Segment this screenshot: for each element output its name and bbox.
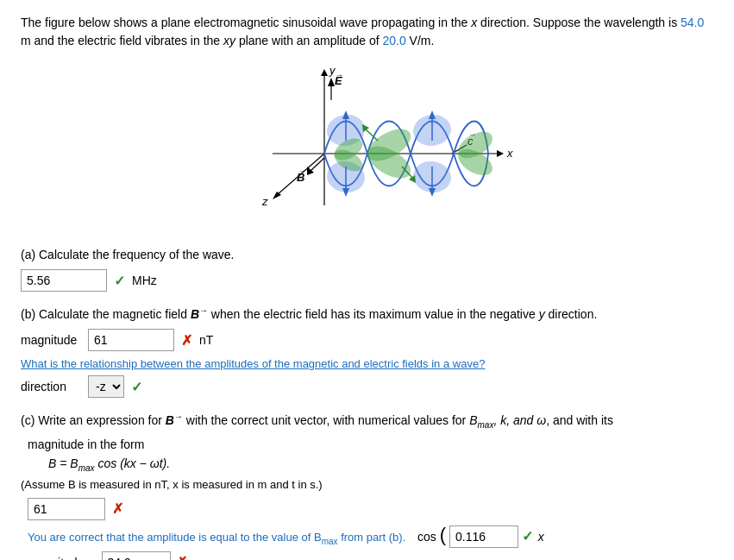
svg-marker-41 [409, 175, 416, 183]
part-c-cross2-icon: ✗ [176, 554, 187, 560]
part-c-cos-x: x [538, 530, 544, 544]
part-c-mag-dash: − [89, 556, 96, 560]
part-c-formula: B = Bmax cos (kx − ωt). [48, 456, 713, 473]
wave-diagram: x y z E → B → c → [21, 59, 713, 231]
part-a-input[interactable] [21, 269, 107, 292]
svg-marker-1 [497, 150, 504, 157]
part-c-open-paren: ( [440, 524, 446, 545]
intro-text2: direction. Suppose the wavelength is [477, 16, 681, 29]
part-c-label2: magnitude in the form [28, 437, 713, 451]
part-b-dir-select[interactable]: -z z x -x y -y [88, 375, 124, 398]
svg-text:x: x [506, 147, 513, 160]
svg-marker-4 [321, 69, 328, 76]
part-a-section: (a) Calculate the frequency of the wave.… [21, 245, 713, 292]
part-b-cross-icon: ✗ [181, 332, 192, 349]
intro-paragraph: The figure below shows a plane electroma… [21, 14, 713, 50]
svg-marker-10 [328, 78, 335, 86]
intro-text3: m and the electric field vibrates in the [21, 34, 223, 47]
part-a-answer-row: ✓ MHz [21, 269, 713, 292]
part-b-link-row: What is the relationship between the amp… [21, 356, 713, 370]
part-b-text2: when the electric field has its maximum … [208, 307, 539, 321]
intro-text4: plane with an amplitude of [235, 34, 382, 47]
part-c-assume: (Assume B is measured in nT, x is measur… [21, 478, 713, 491]
part-c-cos-input[interactable] [449, 525, 518, 548]
intro-text1: The figure below shows a plane electroma… [21, 16, 471, 29]
part-b-mag-unit: nT [199, 333, 213, 347]
intro-wavelength: 54.0 [681, 16, 704, 29]
part-c-info1-row: You are correct that the amplitude is eq… [28, 525, 713, 548]
part-c-Bvec: B→ [166, 413, 183, 427]
intro-amplitude: 20.0 [382, 34, 405, 47]
part-b-text3: direction. [545, 307, 598, 321]
part-b-y: y [539, 307, 545, 321]
part-b-mag-row: magnitude ✗ nT [21, 329, 713, 351]
part-a-check-icon: ✓ [114, 273, 125, 289]
part-c-text3: , and with its [546, 413, 613, 427]
part-a-label: (a) Calculate the frequency of the wave. [21, 245, 713, 264]
part-b-mag-input[interactable] [88, 329, 174, 351]
svg-text:z: z [261, 195, 268, 208]
part-c-mag-input2[interactable] [102, 551, 171, 560]
part-c-label: (c) Write an expression for B→ with the … [21, 410, 713, 431]
part-c-text1: (c) Write an expression for [21, 413, 166, 427]
part-b-text1: (b) Calculate the magnetic field [21, 307, 191, 321]
part-c-cross1-icon: ✗ [112, 500, 123, 517]
part-b-dir-row: direction -z z x -x y -y ✓ [21, 375, 713, 398]
part-c-input1[interactable] [28, 498, 105, 520]
part-b-label: (b) Calculate the magnetic field B→ when… [21, 304, 713, 324]
svg-marker-14 [307, 167, 314, 175]
part-c-section: (c) Write an expression for B→ with the … [21, 410, 713, 560]
part-c-text2: with the correct unit vector, with numer… [183, 413, 469, 427]
part-b-link[interactable]: What is the relationship between the amp… [21, 357, 485, 370]
wave-svg: x y z E → B → c → [221, 59, 514, 231]
part-c-mag-row: magnitude − ✗ [28, 551, 713, 560]
intro-var-xy: xy [223, 34, 235, 47]
part-b-mag-label: magnitude [21, 333, 81, 347]
part-b-section: (b) Calculate the magnetic field B→ when… [21, 304, 713, 398]
part-a-unit: MHz [132, 274, 157, 287]
part-b-dir-check-icon: ✓ [131, 379, 142, 395]
part-c-vars: Bmax, k, and ω [469, 413, 546, 427]
part-c-cos-label: cos [414, 530, 436, 544]
part-c-info1: You are correct that the amplitude is eq… [28, 531, 405, 544]
part-c-input1-row: ✗ [28, 498, 713, 520]
part-b-dir-label: direction [21, 380, 81, 393]
part-c-mag-label: magnitude [28, 556, 84, 560]
svg-text:→: → [298, 167, 306, 175]
part-c-cos-check-icon: ✓ [522, 529, 533, 544]
part-b-Bvec: B→ [191, 307, 208, 321]
svg-text:→: → [336, 71, 343, 79]
intro-text5: V/m. [406, 34, 435, 47]
